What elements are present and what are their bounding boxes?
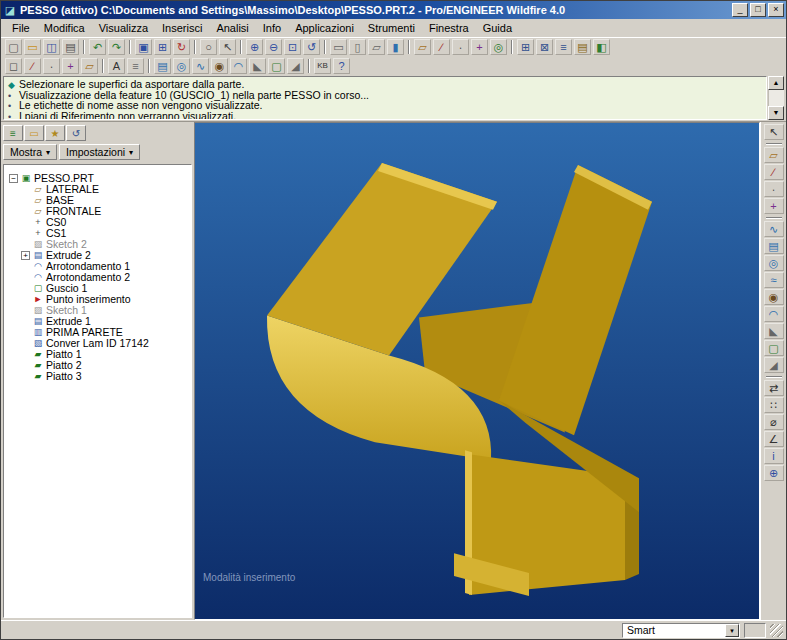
close-window-icon[interactable]: ⊠ (536, 39, 553, 55)
round-tool-icon[interactable]: ◠ (230, 58, 247, 74)
sketch-tool-icon[interactable]: ∿ (764, 221, 784, 237)
refit-icon[interactable]: ⊡ (284, 39, 301, 55)
print-icon[interactable]: ▤ (62, 39, 79, 55)
titlebar[interactable]: ◪ PESSO (attivo) C:\Documents and Settin… (1, 1, 786, 19)
menu-file[interactable]: File (5, 20, 37, 36)
maximize-button[interactable]: □ (750, 3, 766, 17)
datum-planes-toggle-icon[interactable]: ▱ (414, 39, 431, 55)
tree-item[interactable]: ▰Piatto 1 (7, 349, 191, 360)
selection-filter-combo[interactable]: Smart ▾ (622, 623, 740, 638)
mirror-tool-icon[interactable]: ⇄ (764, 380, 784, 396)
annotation-icon[interactable]: A (108, 58, 125, 74)
shell-tool-icon[interactable]: ▢ (268, 58, 285, 74)
zoom-out-icon[interactable]: ⊖ (265, 39, 282, 55)
selection-buffer-box[interactable] (744, 623, 766, 638)
round-tool-icon[interactable]: ◠ (764, 306, 784, 322)
shell-tool-icon[interactable]: ▢ (764, 340, 784, 356)
mostra-dropdown-button[interactable]: Mostra ▾ (3, 144, 57, 160)
spin-center-icon[interactable]: ◎ (490, 39, 507, 55)
point-display-icon[interactable]: ∙ (43, 58, 60, 74)
tree-item[interactable]: ▰Piatto 2 (7, 360, 191, 371)
tree-item[interactable]: ▱LATERALE (7, 184, 191, 195)
open-file-icon[interactable]: ▭ (24, 39, 41, 55)
revolve-tool-icon[interactable]: ◎ (764, 255, 784, 271)
hole-tool-icon[interactable]: ◉ (211, 58, 228, 74)
hidden-line-icon[interactable]: ▯ (349, 39, 366, 55)
tree-toggle[interactable]: − (9, 174, 18, 183)
new-file-icon[interactable]: ▢ (5, 39, 22, 55)
pattern-tool-icon[interactable]: ∷ (764, 397, 784, 413)
tree-item[interactable]: ▱FRONTALE (7, 206, 191, 217)
menu-info[interactable]: Info (256, 20, 288, 36)
info-tool-icon[interactable]: i (764, 448, 784, 464)
datum-point-tool-icon[interactable]: ∙ (764, 181, 784, 197)
viewport-canvas[interactable] (195, 123, 759, 619)
close-button[interactable]: × (768, 3, 784, 17)
datum-csys-toggle-icon[interactable]: + (471, 39, 488, 55)
view-manager-icon[interactable]: ≡ (555, 39, 572, 55)
draft-tool-icon[interactable]: ◢ (287, 58, 304, 74)
reorient-icon[interactable]: ↺ (303, 39, 320, 55)
layers-icon[interactable]: ▤ (574, 39, 591, 55)
hole-tool-icon[interactable]: ◉ (764, 289, 784, 305)
select-arrow-icon[interactable]: ↖ (764, 124, 784, 140)
tree-item[interactable]: ▧Conver Lam ID 17142 (7, 338, 191, 349)
menu-visualizza[interactable]: Visualizza (92, 20, 155, 36)
minimize-button[interactable]: _ (732, 3, 748, 17)
chamfer-tool-icon[interactable]: ◣ (249, 58, 266, 74)
favorites-tab[interactable]: ★ (45, 125, 65, 141)
revolve-tool-icon[interactable]: ◎ (173, 58, 190, 74)
resize-grip[interactable] (770, 624, 783, 637)
save-icon[interactable]: ◫ (43, 39, 60, 55)
tree-item[interactable]: ▨Sketch 1 (7, 305, 191, 316)
axis-display-icon[interactable]: ∕ (24, 58, 41, 74)
tree-item[interactable]: +CS0 (7, 217, 191, 228)
tree-item[interactable]: +CS1 (7, 228, 191, 239)
sweep-tool-icon[interactable]: ∿ (192, 58, 209, 74)
menu-guida[interactable]: Guida (476, 20, 519, 36)
datum-display-all-icon[interactable]: ◻ (5, 58, 22, 74)
scroll-down-icon[interactable]: ▼ (768, 106, 784, 120)
datum-axes-toggle-icon[interactable]: ∕ (433, 39, 450, 55)
tree-item[interactable]: ►Punto inserimento (7, 294, 191, 305)
folder-browser-tab[interactable]: ▭ (24, 125, 44, 141)
chamfer-tool-icon[interactable]: ◣ (764, 323, 784, 339)
sweep-tool-icon[interactable]: ≈ (764, 272, 784, 288)
undo-icon[interactable]: ↶ (89, 39, 106, 55)
new-window-icon[interactable]: ⊞ (517, 39, 534, 55)
analysis-icon[interactable]: ∠ (764, 431, 784, 447)
redo-icon[interactable]: ↷ (108, 39, 125, 55)
history-tab[interactable]: ↺ (66, 125, 86, 141)
wireframe-icon[interactable]: ▭ (330, 39, 347, 55)
copy-icon[interactable]: ▣ (135, 39, 152, 55)
tree-item[interactable]: −▣PESSO.PRT (7, 173, 191, 184)
datum-plane-tool-icon[interactable]: ▱ (764, 147, 784, 163)
find-icon[interactable]: ○ (200, 39, 217, 55)
menu-applicazioni[interactable]: Applicazioni (288, 20, 361, 36)
notes-icon[interactable]: ≡ (127, 58, 144, 74)
message-scrollbar[interactable]: ▲ ▼ (768, 76, 784, 120)
zoom-in-icon[interactable]: ⊕ (246, 39, 263, 55)
kb-icon[interactable]: KB (314, 58, 331, 74)
regenerate-icon[interactable]: ↻ (173, 39, 190, 55)
combo-dropdown-icon[interactable]: ▾ (725, 624, 739, 637)
datum-points-toggle-icon[interactable]: ∙ (452, 39, 469, 55)
appearance-icon[interactable]: ◧ (593, 39, 610, 55)
menu-modifica[interactable]: Modifica (37, 20, 92, 36)
paste-icon[interactable]: ⊞ (154, 39, 171, 55)
csys-display-icon[interactable]: + (62, 58, 79, 74)
tree-item[interactable]: ◠Arrotondamento 2 (7, 272, 191, 283)
scroll-up-icon[interactable]: ▲ (768, 76, 784, 90)
tree-item[interactable]: ▰Piatto 3 (7, 371, 191, 382)
extrude-tool-icon[interactable]: ▤ (154, 58, 171, 74)
datum-csys-tool-icon[interactable]: + (764, 198, 784, 214)
menu-finestra[interactable]: Finestra (422, 20, 476, 36)
draft-tool-icon[interactable]: ◢ (764, 357, 784, 373)
scroll-track[interactable] (768, 90, 784, 106)
menu-analisi[interactable]: Analisi (209, 20, 255, 36)
model-tree-tab[interactable]: ≡ (3, 125, 23, 141)
menu-inserisci[interactable]: Inserisci (155, 20, 209, 36)
measure-icon[interactable]: ⌀ (764, 414, 784, 430)
no-hidden-icon[interactable]: ▱ (368, 39, 385, 55)
menu-strumenti[interactable]: Strumenti (361, 20, 422, 36)
